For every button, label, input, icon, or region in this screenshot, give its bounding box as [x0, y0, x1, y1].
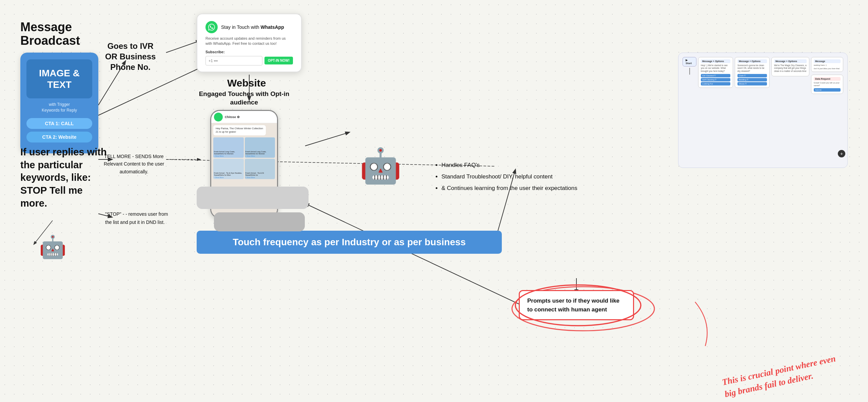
whatsapp-icon [205, 21, 218, 33]
cta1-button[interactable]: CTA 1: CALL [26, 118, 92, 129]
product-4: Fresh Arrival - Tie & DiSweatShirts for … [245, 159, 275, 179]
chatbot-flow-diagram: ▶ Start Message + Options Hey! :) We're … [678, 53, 848, 168]
prompts-text: Prompts user to if they would like to co… [527, 296, 626, 314]
handle-item-1: Handles FAQ's [441, 159, 577, 171]
product-4-label: Fresh Arrival - Tie & DiSweatShirts for [245, 172, 275, 176]
product-3: Fresh Arrival - Tie & Dye Hoodies,SweatS… [213, 159, 244, 179]
product-2: Fresh Arrival Long Coats,SweatShirts for… [245, 137, 275, 158]
speech-bubble-1 [197, 187, 309, 209]
svg-line-2 [98, 68, 200, 115]
phone-card-image-text: IMAGE & TEXT [26, 59, 92, 98]
product-1-link[interactable]: • Show More [214, 155, 243, 157]
product-3-link[interactable]: • Show More [214, 176, 243, 178]
product-3-label: Fresh Arrival - Tie & Dye Hoodies,SweatS… [214, 172, 243, 176]
flow-start-node: ▶ Start [683, 57, 696, 66]
website-box-input-row: OPT-IN NOW! [205, 56, 293, 65]
phone-card-subtitle: with Trigger Keywords for Reply [26, 102, 92, 113]
product-grid: Fresh Arrival Long Coats,SweatShirts for… [213, 137, 275, 179]
website-box-title-bold: WhatsApp [260, 24, 284, 30]
robot-chatbot: 🤖 [359, 146, 402, 186]
flow-col-start: ▶ Start [683, 57, 696, 75]
flow-node-3: Message + Options We're The Magic Dry Cl… [771, 57, 809, 76]
product-1-label: Fresh Arrival Long Coats,SweatShirts for… [214, 151, 243, 155]
stop-box: "STOP" - - removes user from the list an… [105, 210, 173, 227]
handle-item-3: & Continues learning from the user their… [441, 183, 577, 194]
touch-frequency-banner: Touch frequency as per Industry or as pe… [197, 231, 502, 254]
website-box-subscribe-label: Subscribe: [205, 50, 293, 54]
flow-node-2: Message + Options Someone's gonna be cle… [735, 57, 770, 88]
svg-line-6 [305, 204, 529, 309]
flow-node-data-request: Data Request Great! Could you tell us yo… [811, 75, 843, 94]
product-4-link[interactable]: • Show More [245, 176, 275, 178]
svg-line-13 [305, 132, 349, 146]
chat-bubble: Hey Parisa, The Chitose Winter Collectio… [213, 125, 266, 135]
product-2-label: Fresh Arrival Long Coats,SweatShirts for… [245, 151, 275, 155]
flow-connector [689, 68, 690, 75]
robot-small-left: 🤖 [39, 234, 66, 260]
svg-line-1 [166, 41, 200, 53]
website-label: Website [227, 77, 266, 89]
broadcast-title: Message Broadcast [20, 20, 98, 47]
flow-container: ▶ Start Message + Options Hey! :) We're … [683, 57, 843, 164]
flow-col-right: Message waiting here :) Isn't it just bl… [811, 57, 843, 94]
user-replies-text: If user replies with the particular keyw… [20, 146, 108, 210]
handles-section: Handles FAQ's Standard Troubleshoot/ DIY… [434, 159, 577, 194]
phone-top-bar: Chitose ✿ [211, 111, 277, 123]
engaged-label: Engaged Touches with Opt-in audience [197, 90, 292, 107]
website-opt-in-box: Stay in Touch with WhatsApp Receive acco… [197, 14, 302, 72]
phone-input[interactable] [205, 56, 262, 65]
phone-card: IMAGE & TEXT with Trigger Keywords for R… [20, 53, 98, 153]
ivr-label: Goes to IVR OR Business Phone No. [105, 41, 156, 73]
website-box-title-start: Stay in Touch with [221, 24, 260, 30]
cta2-button[interactable]: CTA 2: Website [26, 132, 92, 142]
whatsapp-dot [214, 113, 223, 121]
website-box-description: Receive account updates and reminders fr… [205, 36, 293, 46]
product-1: Fresh Arrival Long Coats,SweatShirts for… [213, 137, 244, 158]
crucial-annotation: This is crucial point where even big bra… [721, 351, 845, 401]
speech-bubble-2 [214, 212, 305, 231]
add-node-button[interactable]: + [838, 150, 845, 157]
user-replies-section: If user replies with the particular keyw… [20, 146, 108, 210]
handles-list: Handles FAQ's Standard Troubleshoot/ DIY… [434, 159, 577, 194]
website-box-header: Stay in Touch with WhatsApp [205, 21, 293, 33]
flow-node-1: Message + Options Hey! :) We're started … [698, 57, 733, 88]
tell-more-box: TELL MORE - SENDS More Relevant Content … [98, 153, 170, 175]
flow-node-message: Message waiting here :) Isn't it just bl… [811, 57, 843, 72]
handle-item-2: Standard Troubleshoot/ DIY, helpful cont… [441, 171, 577, 183]
phone-app-name: Chitose ✿ [225, 115, 240, 119]
opt-in-button[interactable]: OPT-IN NOW! [264, 57, 293, 64]
prompts-user-box: Prompts user to if they would like to co… [519, 290, 634, 320]
website-box-title: Stay in Touch with WhatsApp [221, 24, 284, 30]
broadcast-section: Message Broadcast IMAGE & TEXT with Trig… [20, 20, 98, 153]
product-2-link[interactable]: • Show More [245, 155, 275, 157]
